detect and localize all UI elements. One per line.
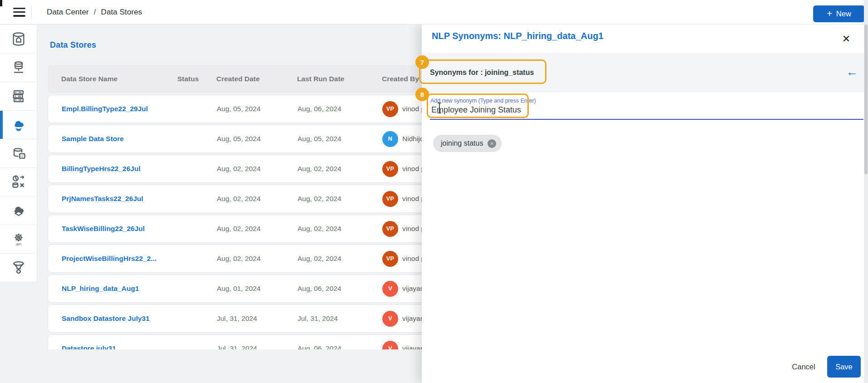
api-gear-icon: API [11, 231, 26, 247]
datastore-name-link[interactable]: BillingTypeHrs22_26Jul [62, 155, 141, 182]
sidebar-item-data-stores[interactable] [0, 111, 37, 139]
sidebar-item-funnel[interactable] [0, 254, 37, 282]
synonym-chip: joining status × [433, 135, 502, 152]
new-button[interactable]: + New [813, 5, 865, 22]
datastore-last-run-date: Aug, 02, 2024 [297, 185, 341, 212]
avatar: VP [382, 251, 398, 267]
funnel-gear-icon [11, 260, 26, 275]
cloud-code-icon: </> [11, 146, 26, 161]
synonym-input-label: Add new synonym (Type and press Enter) [430, 98, 536, 104]
chip-label: joining status [441, 139, 483, 147]
datastore-name-link[interactable]: Sample Data Store [62, 125, 124, 152]
synonyms-for-label: Synonyms for : joining_status [430, 69, 534, 77]
datastore-name-link[interactable]: NLP_hiring_data_Aug1 [62, 275, 139, 302]
avatar: VP [382, 191, 398, 207]
datastore-last-run-date: Aug, 06, 2024 [297, 275, 341, 302]
datastore-created-date: Aug, 02, 2024 [217, 245, 261, 272]
screen-corner-artifact [0, 0, 2, 6]
app-window: Data Center / Data Stores + New [0, 0, 868, 383]
avatar: VP [382, 101, 398, 117]
datastore-created-date: Aug, 05, 2024 [217, 125, 261, 152]
column-header-created: Created Date [216, 65, 260, 93]
breadcrumb-data-center[interactable]: Data Center [47, 8, 89, 17]
cloud-layers-icon [11, 203, 26, 218]
cloud-datastore-icon [11, 117, 26, 133]
scrollbar-track[interactable] [864, 0, 868, 383]
datastore-created-date: Aug, 05, 2024 [217, 95, 261, 123]
sidebar-item-data-transfer[interactable] [0, 168, 37, 196]
plus-icon: + [827, 9, 832, 18]
avatar: VP [382, 161, 398, 177]
datastore-last-run-date: Aug, 02, 2024 [297, 245, 341, 272]
datastore-created-date: Aug, 02, 2024 [217, 155, 261, 182]
datastore-last-run-date: Aug, 05, 2024 [297, 125, 341, 152]
datastore-created-date: Aug, 02, 2024 [217, 215, 261, 242]
cancel-button[interactable]: Cancel [787, 356, 820, 378]
database-home-icon [11, 31, 26, 47]
column-header-last-run: Last Run Date [297, 65, 344, 93]
avatar: VP [382, 221, 398, 237]
sidebar-nav: </> API [0, 25, 37, 282]
page-title: Data Stores [50, 40, 96, 50]
hamburger-icon [13, 8, 25, 9]
datastore-created-date: Jul, 31, 2024 [217, 305, 257, 332]
avatar: V [382, 311, 398, 327]
created-by-name: vijayar [402, 335, 423, 349]
datastore-last-run-date: Aug, 06, 2024 [297, 95, 341, 123]
nlp-synonyms-panel: NLP Synonyms: NLP_hiring_data_Aug1 ✕ Syn… [422, 25, 868, 383]
breadcrumb-data-stores: Data Stores [101, 8, 142, 17]
close-icon[interactable]: ✕ [839, 32, 853, 46]
new-button-label: New [836, 10, 851, 18]
datastore-name-link[interactable]: Datastore july31 [62, 335, 116, 349]
chip-remove-icon[interactable]: × [488, 139, 496, 148]
datastore-created-date: Aug, 02, 2024 [217, 185, 261, 212]
datastore-name-link[interactable]: TaskWiseBilling22_26Jul [62, 215, 145, 242]
sidebar-item-data-center-home[interactable] [0, 25, 37, 54]
svg-text:API: API [16, 242, 21, 246]
topbar: Data Center / Data Stores + New [0, 0, 868, 25]
panel-title: NLP Synonyms: NLP_hiring_data_Aug1 [432, 31, 604, 41]
sidebar-item-servers[interactable] [0, 82, 37, 111]
created-by-name: vijayar [402, 305, 423, 332]
column-header-name: Data Store Name [61, 65, 117, 93]
back-arrow-icon[interactable]: ← [846, 66, 858, 78]
datastore-name-link[interactable]: ProjectWiseBillingHrs22_2... [62, 245, 156, 272]
datastore-last-run-date: Aug, 06, 2024 [297, 335, 341, 349]
datastore-created-date: Jul, 31, 2024 [217, 335, 257, 349]
datastore-last-run-date: Aug, 02, 2024 [297, 215, 341, 242]
scrollbar-thumb[interactable] [864, 25, 868, 174]
datastore-last-run-date: Aug, 02, 2024 [297, 155, 341, 182]
avatar: V [382, 341, 398, 350]
created-by-name: Nidhijo [402, 125, 424, 152]
save-button[interactable]: Save [827, 356, 861, 378]
data-transfer-icon [11, 174, 26, 190]
sidebar-item-cloud-code[interactable]: </> [0, 139, 37, 168]
column-header-created-by: Created By [382, 65, 419, 93]
column-header-status: Status [177, 65, 199, 93]
sidebar-item-cloud-layers[interactable] [0, 196, 37, 225]
datastore-name-link[interactable]: PrjNamesTasks22_26Jul [62, 185, 143, 212]
avatar: N [382, 131, 398, 147]
breadcrumb-separator: / [94, 8, 96, 17]
avatar: V [382, 281, 398, 297]
synonym-input[interactable]: Employee Joining Status [431, 105, 521, 115]
datastore-name-link[interactable]: Empl.BillingType22_29Jul [62, 95, 148, 123]
svg-text:</>: </> [20, 154, 25, 158]
menu-button[interactable] [13, 8, 26, 17]
datastore-name-link[interactable]: Sandbox Datastore July31 [62, 305, 150, 332]
created-by-name: vijayar [402, 275, 423, 302]
server-rack-icon [11, 88, 26, 104]
sidebar-item-api[interactable]: API [0, 225, 37, 254]
breadcrumb: Data Center / Data Stores [47, 0, 142, 25]
sidebar-item-data-sources[interactable] [0, 54, 37, 82]
input-underline [430, 119, 863, 120]
datastore-last-run-date: Jul, 31, 2024 [297, 305, 338, 332]
datastore-created-date: Aug, 01, 2024 [217, 275, 261, 302]
database-network-icon [11, 60, 26, 75]
topbar-divider [31, 6, 32, 19]
